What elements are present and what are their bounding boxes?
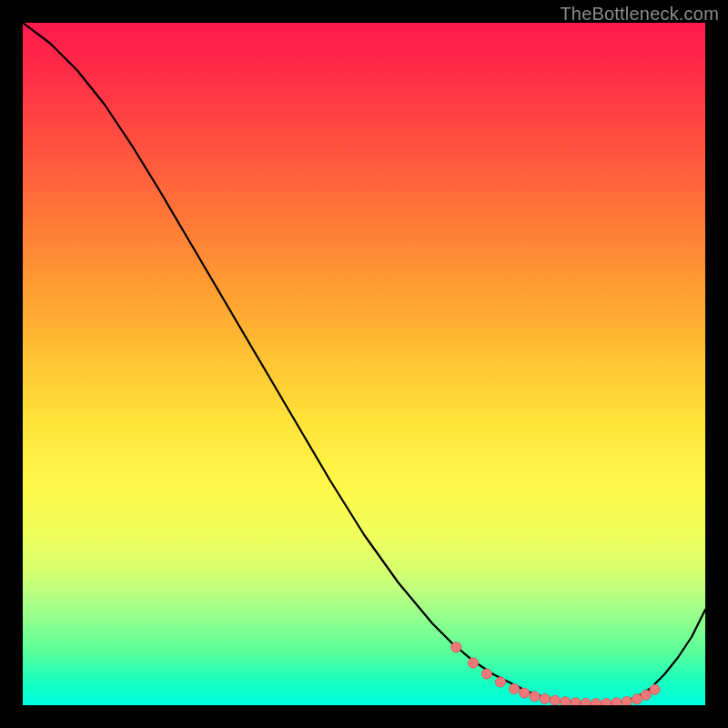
- curve-dot: [469, 658, 479, 668]
- curve-dot: [650, 684, 660, 694]
- curve-dot: [571, 698, 581, 705]
- curve-dot: [496, 677, 506, 687]
- curve-dot: [451, 642, 461, 652]
- curve-dot: [622, 696, 632, 705]
- curve-dot: [520, 688, 530, 698]
- curve-dot: [581, 698, 591, 705]
- curve-dot: [530, 692, 540, 702]
- curve-dot: [641, 690, 651, 700]
- curve-dot: [592, 699, 602, 705]
- curve-layer: [23, 23, 705, 705]
- curve-dot: [482, 669, 492, 679]
- curve-dots: [451, 642, 660, 705]
- attribution-label: TheBottleneck.com: [560, 4, 719, 25]
- curve-dot: [510, 684, 520, 694]
- bottleneck-curve: [23, 23, 705, 703]
- curve-dot: [602, 698, 612, 705]
- curve-dot: [561, 697, 571, 705]
- curve-dot: [612, 698, 622, 705]
- curve-dot: [540, 693, 550, 703]
- chart-container: TheBottleneck.com: [0, 0, 728, 728]
- curve-dot: [551, 695, 561, 705]
- plot-area: [23, 23, 705, 705]
